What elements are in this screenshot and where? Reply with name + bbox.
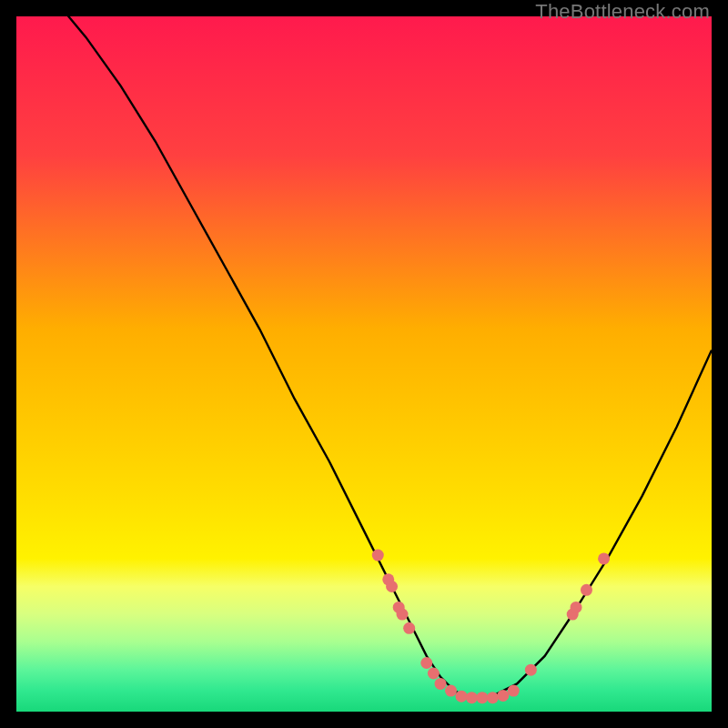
highlight-dot	[581, 584, 592, 596]
highlight-dot	[487, 692, 499, 703]
highlight-dot	[476, 692, 488, 703]
watermark-text: TheBottleneck.com	[535, 0, 710, 24]
highlight-dot	[372, 550, 384, 561]
bottleneck-chart	[16, 16, 712, 712]
highlight-dot	[428, 667, 440, 679]
gradient-background	[16, 16, 712, 712]
highlight-dot	[455, 691, 467, 703]
highlight-dot	[445, 685, 457, 697]
highlight-dot	[403, 622, 415, 634]
highlight-dot	[386, 581, 398, 592]
highlight-dot	[397, 609, 409, 621]
highlight-dot	[497, 690, 509, 702]
highlight-dot	[571, 602, 582, 613]
highlight-dot	[435, 678, 447, 690]
highlight-dot	[508, 685, 520, 697]
highlight-dot	[525, 664, 537, 676]
highlight-dot	[466, 692, 478, 703]
highlight-dot	[598, 552, 610, 564]
highlight-dot	[420, 657, 432, 669]
chart-frame	[16, 16, 712, 712]
